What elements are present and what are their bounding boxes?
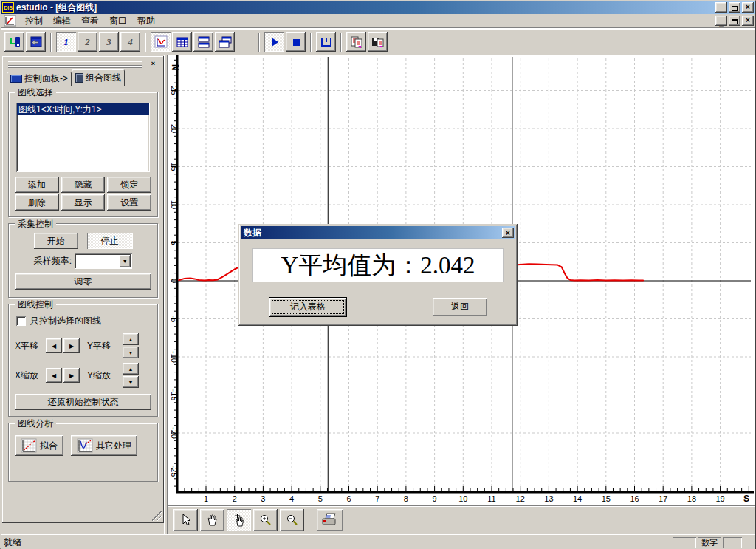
- graph-view-button[interactable]: [151, 32, 171, 52]
- y-tick-label: -5: [170, 316, 179, 323]
- menu-view[interactable]: 查看: [76, 13, 104, 29]
- y-tick-label: 25: [170, 86, 179, 95]
- view-4-label: 4: [128, 36, 133, 48]
- zoom-out-button[interactable]: [280, 509, 304, 531]
- zero-adjust-button[interactable]: 调零: [15, 273, 151, 290]
- x-tick-label: 9: [433, 494, 437, 503]
- x-pan-left-button[interactable]: ◀: [46, 338, 62, 353]
- hide-curve-button[interactable]: 隐藏: [61, 177, 106, 193]
- x-tick-label: 7: [375, 494, 379, 503]
- x-tick-label: 10: [458, 494, 467, 503]
- view-4-button[interactable]: 4: [120, 32, 140, 52]
- y-pan-up-button[interactable]: ▲: [123, 333, 139, 345]
- acquisition-title: 采集控制: [15, 218, 56, 231]
- menu-bar: 控制 编辑 查看 窗口 帮助 _ ×: [1, 14, 755, 28]
- view-2-button[interactable]: 2: [78, 32, 97, 52]
- only-selected-checkbox[interactable]: [16, 316, 26, 326]
- print-button[interactable]: [317, 509, 343, 531]
- sample-rate-combobox[interactable]: ▼: [75, 253, 132, 269]
- save-copy-icon: [371, 35, 385, 49]
- pan-hand-button[interactable]: [200, 509, 224, 531]
- return-panel-button[interactable]: [26, 32, 46, 52]
- view-2-label: 2: [85, 36, 90, 48]
- title-bar[interactable]: DIS estudio - [组合图线] _ ×: [1, 1, 755, 14]
- copy-button[interactable]: [346, 32, 366, 52]
- close-button[interactable]: ×: [742, 2, 754, 13]
- curve-listbox[interactable]: 图线1<X:时间,Y:力1>: [16, 103, 150, 172]
- curve-list-item[interactable]: 图线1<X:时间,Y:力1>: [17, 103, 149, 115]
- curve-analysis-group: 图线分析 拟合: [8, 423, 158, 482]
- export-data-button[interactable]: [368, 32, 388, 52]
- tab-control-panel[interactable]: 控制面板->: [7, 72, 72, 86]
- show-curve-button[interactable]: 显示: [61, 194, 106, 211]
- table-view-button[interactable]: [172, 32, 192, 52]
- exit-icon: [8, 35, 21, 49]
- panel-close-button[interactable]: ×: [148, 59, 158, 68]
- restore-button[interactable]: [729, 2, 740, 13]
- dialog-close-button[interactable]: ×: [502, 228, 514, 238]
- record-to-table-button[interactable]: 记入表格: [269, 297, 347, 317]
- y-pan-label: Y平移: [87, 340, 120, 352]
- y-pan-down-button[interactable]: ▼: [123, 347, 139, 358]
- split-horizontal-button[interactable]: [193, 32, 213, 52]
- y-zoom-out-button[interactable]: ▼: [123, 376, 139, 388]
- x-axis-unit-label: S: [743, 494, 749, 504]
- y-tick-label: 15: [170, 162, 179, 171]
- mdi-minimize-button[interactable]: _: [715, 16, 727, 26]
- panel-gripper[interactable]: [8, 61, 142, 66]
- lock-curve-button[interactable]: 锁定: [107, 177, 151, 193]
- cascade-windows-button[interactable]: [215, 32, 235, 52]
- y-tick-label: -25: [170, 466, 179, 477]
- hand-crosshair-icon: [232, 514, 247, 528]
- x-tick-label: 2: [233, 494, 237, 503]
- printer-icon: [321, 513, 339, 528]
- tab-combined-graph[interactable]: 组合图线: [72, 69, 125, 86]
- menu-control[interactable]: 控制: [20, 13, 48, 29]
- save-data-button[interactable]: [316, 32, 336, 52]
- stop-collect-button[interactable]: [286, 32, 306, 52]
- app-icon: DIS: [2, 2, 14, 13]
- delete-curve-button[interactable]: 删除: [15, 194, 59, 211]
- menu-window[interactable]: 窗口: [104, 13, 132, 29]
- start-collect-button[interactable]: [264, 32, 284, 52]
- chevron-down-icon[interactable]: ▼: [119, 255, 131, 267]
- status-bar: 就绪 数字: [1, 534, 755, 549]
- x-tick-label: 16: [630, 494, 639, 503]
- floppy-icon: [320, 35, 333, 49]
- menu-help[interactable]: 帮助: [132, 13, 160, 29]
- mdi-restore-button[interactable]: [729, 16, 740, 26]
- toolbar-separator: [310, 33, 312, 52]
- curve-select-title: 图线选择: [15, 86, 56, 99]
- panel-resize-grip[interactable]: [152, 511, 162, 521]
- view-3-button[interactable]: 3: [99, 32, 119, 52]
- setup-curve-button[interactable]: 设置: [107, 194, 151, 211]
- add-curve-button[interactable]: 添加: [15, 177, 59, 193]
- other-process-button[interactable]: 其它处理: [71, 435, 137, 456]
- reset-view-button[interactable]: 还原初始控制状态: [15, 394, 151, 410]
- view-1-button[interactable]: 1: [56, 32, 76, 52]
- x-zoom-out-button[interactable]: ◀: [46, 368, 62, 383]
- zoom-in-button[interactable]: [253, 509, 278, 531]
- status-pane-num: 数字: [698, 537, 721, 548]
- table-icon: [176, 35, 189, 49]
- status-pane-scroll: [723, 537, 742, 548]
- menu-edit[interactable]: 编辑: [48, 13, 76, 29]
- select-cursor-button[interactable]: [173, 509, 198, 531]
- x-tick-label: 1: [204, 494, 208, 503]
- x-pan-right-button[interactable]: ▶: [63, 338, 80, 353]
- fit-button[interactable]: 拟合: [15, 435, 63, 456]
- point-select-hand-button[interactable]: [227, 509, 251, 531]
- x-zoom-in-button[interactable]: ▶: [63, 368, 80, 383]
- mdi-close-button[interactable]: ×: [742, 16, 754, 26]
- dialog-title-bar[interactable]: 数据 ×: [241, 226, 515, 239]
- exit-app-button[interactable]: [4, 32, 24, 52]
- stop-button[interactable]: 停止: [87, 233, 133, 249]
- back-button[interactable]: 返回: [433, 298, 487, 316]
- minimize-button[interactable]: _: [715, 2, 727, 13]
- data-dialog: 数据 × Y平均值为：2.042 记入表格 返回: [238, 224, 518, 326]
- x-tick-label: 8: [404, 494, 408, 503]
- graph-doc-icon: [75, 73, 83, 83]
- start-button[interactable]: 开始: [34, 233, 78, 249]
- curve-analysis-title: 图线分析: [15, 417, 56, 430]
- y-zoom-in-button[interactable]: ▲: [123, 363, 139, 375]
